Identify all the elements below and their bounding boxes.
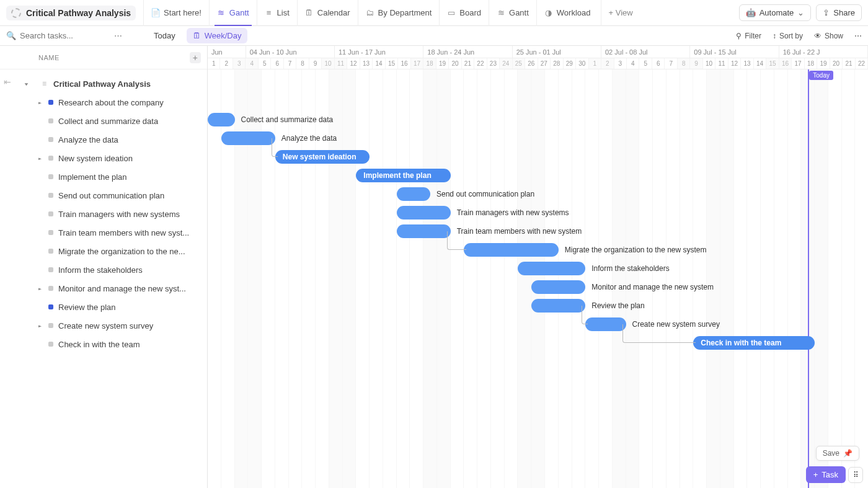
today-button[interactable]: Today [149,29,180,43]
day-cell: 2 [601,58,614,69]
day-cell: 8 [296,58,309,69]
day-cell: 11 [715,58,728,69]
caret-right-icon[interactable]: ▸ [38,323,42,328]
project-title-text: Critical Pathway Analysis [26,8,131,18]
day-cell: 5 [639,58,652,69]
gantt-bar[interactable] [531,280,585,294]
today-badge: Today [809,71,833,80]
caret-right-icon[interactable]: ▸ [38,286,42,291]
caret-right-icon[interactable]: ▸ [38,100,42,105]
task-row[interactable]: ▸Research about the company [0,93,207,112]
gantt-bar-row[interactable]: Check in with the team [693,336,815,350]
caret-down-icon[interactable]: ▾ [25,81,28,86]
gantt-bar[interactable]: Implement the plan [356,169,450,182]
day-cell: 22 [474,58,487,69]
status-square [48,137,53,142]
day-cell: 15 [386,58,398,69]
tree-root[interactable]: ▾ ≡ Critical Pathway Analysis [0,74,207,93]
tab-board[interactable]: ▭Board [439,0,489,26]
search-icon: 🔍 [6,31,16,40]
gantt-bar[interactable] [518,262,585,275]
zoom-selector[interactable]: 🗓 Week/Day [187,28,248,43]
task-row[interactable]: Train team members with new syst... [0,223,207,242]
sortby-button[interactable]: ↕Sort by [773,32,803,40]
task-row[interactable]: Inform the stakeholders [0,260,207,279]
day-cell: 25 [513,58,525,69]
status-square [48,230,53,235]
task-row[interactable]: ▸Create new system survey [0,316,207,335]
share-button[interactable]: ⇪ Share [816,4,862,21]
task-row[interactable]: Review the plan [0,298,207,316]
gantt-bar[interactable] [397,206,451,220]
day-cell: 12 [728,58,741,69]
gantt-bar-row[interactable]: New system ideation [275,150,370,164]
gantt-bar-row[interactable]: Review the plan [531,299,644,313]
gantt-bar[interactable]: Check in with the team [693,336,815,350]
tab-label: Start here! [164,8,202,17]
project-title[interactable]: Critical Pathway Analysis [6,6,136,20]
task-row[interactable]: Collect and summarize data [0,112,207,130]
new-task-button[interactable]: + Task [806,466,846,483]
add-column-button[interactable]: + [190,52,201,63]
save-button[interactable]: Save 📌 [816,446,859,461]
tab-gantt[interactable]: ≋Gantt [209,0,257,26]
gantt-bar[interactable]: New system ideation [275,150,370,164]
show-button[interactable]: 👁Show [814,32,843,40]
gantt-bar[interactable] [585,317,626,331]
gantt-bar-label: Train team members with new system [457,227,582,236]
main-area: ⇤ NAME + ▾ ≡ Critical Pathway Analysis ▸… [0,46,868,488]
task-name: New system ideation [58,154,133,163]
caret-right-icon[interactable]: ▸ [38,156,42,161]
week-header: 25 Jun - 01 Jul [513,46,601,58]
week-header: 04 Jun - 10 Jun [246,46,335,58]
task-row[interactable]: Train managers with new systems [0,205,207,223]
gantt-bar[interactable] [397,187,430,201]
tab-workload[interactable]: ◑Workload [536,0,598,26]
filter-button[interactable]: ⚲Filter [736,32,761,40]
day-cell: 3 [233,58,246,69]
gantt-bar[interactable] [397,224,451,238]
gantt-bar-row[interactable]: Migrate the organization to the new syst… [464,243,706,257]
gantt-bar-row[interactable]: Analyze the data [221,131,337,145]
gantt-bar-row[interactable]: Send out communication plan [397,187,535,201]
gantt-bar[interactable] [208,113,235,126]
automate-button[interactable]: 🤖 Automate ⌄ [739,4,812,21]
gantt-bar-row[interactable]: Train team members with new system [397,224,582,238]
add-view-button[interactable]: + View [601,0,640,26]
task-row[interactable]: Check in with the team [0,335,207,353]
tab-bydept[interactable]: 🗂By Department [358,0,440,26]
tab-start[interactable]: 📄Start here! [143,0,209,26]
toolbar-more-icon[interactable]: ⋯ [854,32,862,40]
tab-label: By Department [378,8,432,17]
gantt-bar[interactable] [221,131,275,145]
gantt-bar[interactable] [464,243,558,257]
tab-gantt2[interactable]: ≋Gantt [489,0,536,26]
add-view-label: + View [609,8,633,17]
task-row[interactable]: Analyze the data [0,130,207,149]
task-row[interactable]: Implement the plan [0,167,207,186]
task-row[interactable]: Migrate the organization to the ne... [0,242,207,260]
more-icon[interactable]: ⋯ [112,31,124,40]
gantt-bar[interactable] [531,299,585,313]
gantt-bar-label: Monitor and manage the new system [591,283,714,291]
search-box[interactable]: 🔍 [6,31,105,40]
task-row[interactable]: Send out communication plan [0,186,207,205]
gantt-bar-row[interactable]: Monitor and manage the new system [531,280,714,294]
day-cell: 19 [436,58,449,69]
gantt-body[interactable]: TodayCollect and summarize dataAnalyze t… [208,69,868,488]
gantt-bar-row[interactable]: Collect and summarize data [208,113,333,126]
gantt-bar-row[interactable]: Implement the plan [356,169,450,182]
task-list-header: NAME + [0,46,207,69]
tab-calendar[interactable]: 🗓Calendar [297,0,358,26]
gantt2-icon: ≋ [497,9,505,17]
task-row[interactable]: ▸New system ideation [0,149,207,167]
gantt-panel[interactable]: Jun04 Jun - 10 Jun11 Jun - 17 Jun18 Jun … [208,46,868,488]
tab-list[interactable]: ≡List [257,0,297,26]
apps-button[interactable]: ⠿ [848,467,863,483]
search-input[interactable] [20,31,94,40]
gantt-bar-label: Review the plan [591,301,644,310]
task-row[interactable]: ▸Monitor and manage the new syst... [0,279,207,298]
gantt-bar-row[interactable]: Inform the stakeholders [518,262,669,275]
gantt-bar-row[interactable]: Train managers with new systems [397,206,569,220]
status-square [48,267,53,272]
